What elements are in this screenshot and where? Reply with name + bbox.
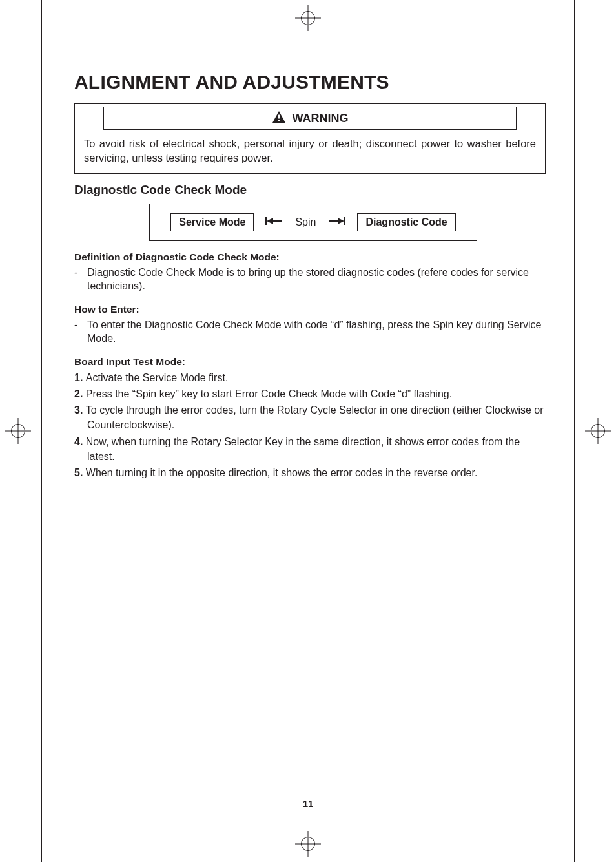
crop-line-left bbox=[41, 0, 42, 862]
bullet-dash-icon: - bbox=[74, 318, 87, 346]
warning-text: To avoid risk of electrical shock, perso… bbox=[84, 136, 536, 165]
svg-rect-0 bbox=[278, 115, 280, 119]
page-root: ALIGNMENT AND ADJUSTMENTS WARNING To avo… bbox=[0, 0, 616, 862]
registration-mark-left-icon bbox=[5, 418, 31, 444]
svg-rect-3 bbox=[344, 217, 345, 225]
service-mode-box: Service Mode bbox=[170, 213, 254, 231]
step-text: Now, when turning the Rotary Selector Ke… bbox=[86, 436, 520, 462]
step-text: To cycle through the error codes, turn t… bbox=[86, 405, 544, 430]
step-item: 3. To cycle through the error codes, tur… bbox=[74, 403, 546, 432]
crop-line-right bbox=[574, 0, 575, 862]
step-item: 2. Press the “Spin key” key to start Err… bbox=[74, 386, 546, 401]
warning-label: WARNING bbox=[293, 112, 349, 125]
crop-line-bottom bbox=[0, 819, 616, 819]
arrow-right-icon bbox=[327, 216, 345, 228]
step-text: Activate the Service Mode first. bbox=[86, 372, 229, 383]
registration-mark-top-icon bbox=[295, 5, 321, 31]
step-text: Press the “Spin key” key to start Error … bbox=[86, 388, 452, 399]
how-to-enter-text: To enter the Diagnostic Code Check Mode … bbox=[87, 318, 546, 346]
content-area: ALIGNMENT AND ADJUSTMENTS WARNING To avo… bbox=[74, 71, 546, 481]
crop-line-top bbox=[0, 43, 616, 43]
bullet-dash-icon: - bbox=[74, 266, 87, 293]
definition-item: - Diagnostic Code Check Mode is to bring… bbox=[74, 266, 546, 293]
step-item: 5. When turning it in the opposite direc… bbox=[74, 465, 546, 480]
how-to-enter-item: - To enter the Diagnostic Code Check Mod… bbox=[74, 318, 546, 346]
page-title: ALIGNMENT AND ADJUSTMENTS bbox=[74, 71, 546, 93]
warning-triangle-icon bbox=[272, 110, 286, 126]
how-to-enter-heading: How to Enter: bbox=[74, 304, 546, 315]
step-text: When turning it in the opposite directio… bbox=[86, 467, 478, 478]
mode-flow-diagram: Service Mode Spin Diagnostic Code bbox=[149, 204, 477, 241]
diagnostic-heading: Diagnostic Code Check Mode bbox=[74, 183, 546, 197]
registration-mark-right-icon bbox=[585, 418, 611, 444]
step-item: 4. Now, when turning the Rotary Selector… bbox=[74, 434, 546, 464]
step-item: 1. Activate the Service Mode first. bbox=[74, 370, 546, 385]
spin-label: Spin bbox=[295, 216, 316, 228]
svg-rect-1 bbox=[278, 120, 280, 121]
warning-heading: WARNING bbox=[103, 107, 517, 130]
page-number: 11 bbox=[0, 798, 616, 809]
arrow-left-icon bbox=[265, 216, 283, 228]
definition-text: Diagnostic Code Check Mode is to bring u… bbox=[87, 266, 546, 293]
board-input-heading: Board Input Test Mode: bbox=[74, 356, 546, 368]
definition-heading: Definition of Diagnostic Code Check Mode… bbox=[74, 251, 546, 263]
warning-box: WARNING To avoid risk of electrical shoc… bbox=[74, 103, 546, 174]
registration-mark-bottom-icon bbox=[295, 831, 321, 857]
diagnostic-code-box: Diagnostic Code bbox=[357, 213, 455, 231]
svg-rect-2 bbox=[265, 217, 267, 225]
board-input-steps: 1. Activate the Service Mode first. 2. P… bbox=[74, 370, 546, 480]
